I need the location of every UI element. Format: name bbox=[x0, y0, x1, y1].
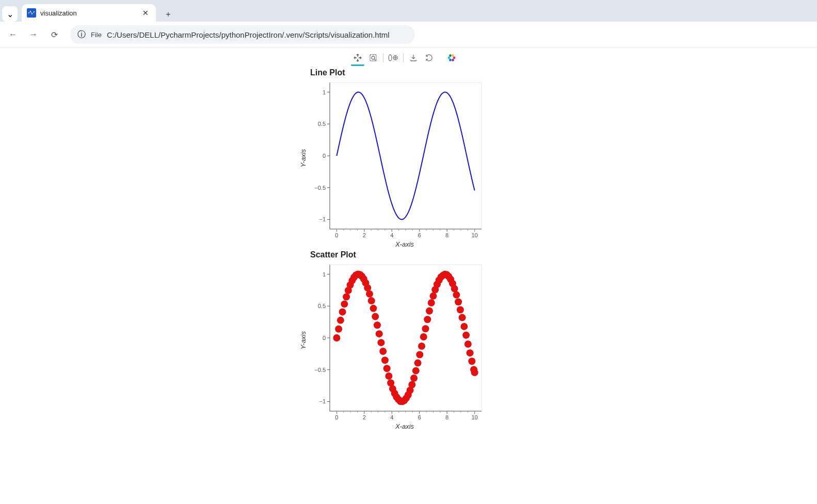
svg-point-152 bbox=[414, 360, 422, 367]
svg-text:0.5: 0.5 bbox=[318, 303, 326, 309]
svg-text:6: 6 bbox=[418, 232, 421, 238]
svg-point-137 bbox=[385, 372, 392, 380]
box-zoom-tool-button[interactable] bbox=[366, 51, 380, 64]
favicon-icon bbox=[27, 8, 36, 18]
svg-point-158 bbox=[426, 307, 433, 315]
svg-text:−0.5: −0.5 bbox=[314, 367, 326, 373]
svg-point-179 bbox=[467, 349, 474, 356]
svg-point-177 bbox=[462, 332, 470, 339]
reload-button[interactable]: ⟳ bbox=[45, 26, 63, 43]
forward-button[interactable]: → bbox=[25, 26, 42, 43]
svg-point-160 bbox=[429, 292, 437, 300]
svg-text:−0.5: −0.5 bbox=[314, 185, 326, 191]
svg-text:10: 10 bbox=[472, 414, 478, 420]
svg-rect-18 bbox=[330, 83, 482, 229]
svg-point-3 bbox=[31, 13, 33, 14]
svg-point-1 bbox=[28, 12, 29, 13]
svg-point-182 bbox=[471, 369, 478, 376]
svg-point-149 bbox=[408, 381, 415, 388]
svg-point-153 bbox=[416, 351, 423, 358]
x-axis-label: X-axis bbox=[325, 422, 485, 430]
svg-text:8: 8 bbox=[445, 414, 448, 420]
svg-text:0: 0 bbox=[323, 335, 326, 341]
plot-title: Line Plot bbox=[310, 68, 485, 77]
new-tab-button[interactable]: + bbox=[161, 7, 175, 22]
svg-text:2: 2 bbox=[363, 232, 366, 238]
svg-point-136 bbox=[383, 365, 391, 372]
browser-nav-bar: ← → ⟳ ⓘ File C:/Users/DELL/PycharmProjec… bbox=[0, 22, 817, 48]
address-bar[interactable]: ⓘ File C:/Users/DELL/PycharmProjects/pyt… bbox=[70, 25, 415, 44]
svg-point-4 bbox=[34, 11, 35, 12]
svg-point-171 bbox=[451, 285, 458, 292]
browser-tab-strip: ⌄ visualization ✕ + bbox=[0, 0, 817, 22]
svg-point-113 bbox=[339, 308, 346, 316]
svg-point-8 bbox=[389, 55, 392, 61]
svg-point-129 bbox=[370, 305, 377, 312]
svg-text:8: 8 bbox=[445, 232, 448, 238]
wheel-zoom-tool-button[interactable] bbox=[387, 51, 400, 64]
y-axis-label: Y-axis bbox=[299, 331, 307, 349]
svg-text:4: 4 bbox=[390, 414, 393, 420]
svg-point-127 bbox=[366, 290, 373, 298]
scatter-plot-canvas[interactable]: −1−0.500.510246810 bbox=[309, 262, 485, 421]
svg-point-150 bbox=[410, 375, 418, 382]
reset-tool-button[interactable] bbox=[422, 51, 436, 64]
plus-icon: + bbox=[166, 10, 170, 19]
svg-point-156 bbox=[422, 325, 429, 332]
svg-point-178 bbox=[464, 340, 472, 348]
save-tool-button[interactable] bbox=[407, 51, 420, 64]
plot-title: Scatter Plot bbox=[310, 250, 485, 259]
scatter-plot-block: Y-axis Scatter Plot −1−0.500.510246810 X… bbox=[299, 250, 817, 430]
svg-point-128 bbox=[368, 297, 375, 304]
bokeh-logo-icon[interactable] bbox=[445, 51, 458, 64]
svg-text:4: 4 bbox=[390, 232, 393, 238]
close-tab-button[interactable]: ✕ bbox=[140, 9, 151, 17]
back-button[interactable]: ← bbox=[4, 26, 22, 43]
svg-point-114 bbox=[341, 300, 348, 307]
svg-point-111 bbox=[335, 326, 342, 333]
plots-container: Y-axis Line Plot −1−0.500.510246810 X-ax… bbox=[299, 51, 817, 430]
svg-point-134 bbox=[379, 348, 387, 355]
svg-point-110 bbox=[333, 334, 340, 342]
svg-point-130 bbox=[372, 313, 379, 320]
site-info-icon[interactable]: ⓘ bbox=[77, 29, 86, 40]
svg-point-115 bbox=[343, 293, 350, 300]
svg-point-175 bbox=[459, 314, 466, 321]
line-plot-canvas[interactable]: −1−0.500.510246810 bbox=[309, 79, 485, 239]
arrow-left-icon: ← bbox=[9, 30, 17, 39]
x-axis-label: X-axis bbox=[325, 240, 485, 248]
pan-tool-button[interactable] bbox=[351, 51, 364, 66]
svg-point-157 bbox=[424, 316, 431, 323]
toolbar-separator bbox=[403, 53, 404, 62]
svg-text:2: 2 bbox=[363, 414, 366, 420]
svg-point-2 bbox=[30, 11, 31, 12]
svg-point-133 bbox=[377, 339, 385, 346]
tab-search-dropdown[interactable]: ⌄ bbox=[2, 6, 18, 22]
svg-text:0: 0 bbox=[335, 414, 338, 420]
line-plot-block: Y-axis Line Plot −1−0.500.510246810 X-ax… bbox=[299, 68, 817, 248]
svg-point-12 bbox=[453, 57, 456, 59]
svg-point-172 bbox=[453, 291, 460, 299]
svg-text:0: 0 bbox=[323, 153, 326, 159]
svg-text:0.5: 0.5 bbox=[318, 121, 326, 127]
svg-text:−1: −1 bbox=[319, 216, 326, 222]
svg-point-132 bbox=[376, 330, 383, 337]
svg-point-15 bbox=[448, 57, 451, 59]
arrow-right-icon: → bbox=[29, 30, 38, 39]
browser-tab[interactable]: visualization ✕ bbox=[22, 4, 156, 22]
svg-text:1: 1 bbox=[323, 89, 326, 95]
toolbar-separator bbox=[383, 53, 383, 62]
svg-text:0: 0 bbox=[335, 232, 338, 238]
url-text: C:/Users/DELL/PycharmProjects/pythonProj… bbox=[107, 30, 390, 39]
svg-point-176 bbox=[460, 323, 468, 330]
bokeh-toolbar bbox=[351, 51, 817, 66]
svg-point-112 bbox=[337, 317, 344, 324]
svg-line-7 bbox=[374, 59, 376, 60]
url-scheme-label: File bbox=[91, 31, 102, 39]
svg-text:10: 10 bbox=[472, 232, 478, 238]
svg-text:−1: −1 bbox=[319, 398, 326, 404]
svg-point-155 bbox=[420, 333, 427, 340]
chevron-down-icon: ⌄ bbox=[7, 9, 13, 19]
svg-text:1: 1 bbox=[323, 271, 326, 278]
tab-title: visualization bbox=[40, 9, 136, 17]
